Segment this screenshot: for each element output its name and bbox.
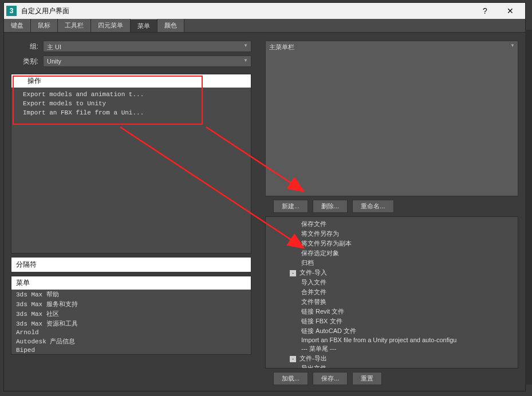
tree-node[interactable]: 链接 AutoCAD 文件: [270, 326, 513, 336]
tree-node[interactable]: --- 菜单尾 ---: [270, 344, 513, 354]
tree-node-label: --- 菜单尾 ---: [301, 345, 336, 352]
collapse-icon[interactable]: -: [290, 356, 296, 362]
tree-node-label: 将文件另存为: [301, 230, 339, 237]
tree-node[interactable]: 文件替换: [270, 297, 513, 307]
action-item[interactable]: Import an FBX file from a Uni...: [11, 108, 251, 117]
tree-node[interactable]: 将文件另存为: [270, 229, 513, 239]
tree-node-label: 保存文件: [301, 220, 326, 227]
tab-四元菜单[interactable]: 四元菜单: [91, 19, 131, 32]
actions-panel: 操作 Export models and animation t...Expor…: [11, 74, 251, 254]
tree-node[interactable]: 保存选定对象: [270, 248, 513, 258]
menu-list[interactable]: 3ds Max 帮助3ds Max 服务和支持3ds Max 社区3ds Max…: [11, 290, 251, 354]
tree-node[interactable]: Import an FBX file from a Unity project …: [270, 336, 513, 344]
side-strip: [525, 30, 532, 385]
tree-node[interactable]: 导出文件: [270, 363, 513, 369]
tree-node-label: 文件替换: [301, 298, 326, 305]
group-select[interactable]: 主 UI: [43, 41, 251, 52]
rename-button[interactable]: 重命名...: [352, 200, 393, 213]
tree-panel[interactable]: 保存文件将文件另存为将文件另存为副本保存选定对象归档-文件-导入导入文件合并文件…: [265, 216, 518, 369]
tree-node[interactable]: -文件-导入: [270, 268, 513, 278]
bottom-button-row: 加载... 保存... 重置: [273, 372, 518, 385]
tree-node[interactable]: 保存文件: [270, 219, 513, 229]
menu-item[interactable]: Biped: [11, 346, 251, 354]
separator-panel[interactable]: 分隔符: [11, 257, 251, 272]
delete-button[interactable]: 删除...: [313, 200, 348, 213]
tree-node-label: 合并文件: [301, 288, 326, 295]
tree-node[interactable]: 链接 FBX 文件: [270, 316, 513, 326]
help-button[interactable]: ?: [472, 3, 498, 19]
menu-header: 菜单: [11, 276, 251, 290]
tree-node[interactable]: 归档: [270, 258, 513, 268]
category-select[interactable]: Unity: [43, 56, 251, 67]
tree-node-label: 导出文件: [301, 365, 326, 369]
tree-node-label: 文件-导出: [300, 355, 327, 362]
app-icon: 3: [6, 6, 17, 16]
close-button[interactable]: ✕: [498, 3, 523, 19]
tree-node[interactable]: 链接 Revit 文件: [270, 307, 513, 316]
tree-node[interactable]: 将文件另存为副本: [270, 239, 513, 248]
left-column: 组: 主 UI 类别: Unity 操作 Export models and a…: [11, 41, 251, 385]
tree-node-label: 链接 FBX 文件: [301, 318, 342, 324]
tree-node-label: Import an FBX file from a Unity project …: [301, 336, 456, 343]
collapse-icon[interactable]: -: [290, 270, 296, 276]
tab-工具栏[interactable]: 工具栏: [58, 19, 91, 32]
menu-item[interactable]: Autodesk 产品信息: [11, 336, 251, 346]
tab-键盘[interactable]: 键盘: [4, 19, 31, 32]
tab-颜色[interactable]: 颜色: [157, 19, 184, 32]
content-area: 组: 主 UI 类别: Unity 操作 Export models and a…: [4, 33, 525, 391]
main-menu-select[interactable]: 主菜单栏: [265, 41, 518, 196]
actions-list[interactable]: Export models and animation t...Export m…: [11, 88, 251, 120]
load-button[interactable]: 加载...: [273, 372, 308, 385]
tab-菜单[interactable]: 菜单: [131, 19, 157, 32]
customize-ui-window: 3 自定义用户界面 ? ✕ 键盘鼠标工具栏四元菜单菜单颜色 组: 主 UI 类别…: [3, 2, 526, 391]
titlebar: 3 自定义用户界面 ? ✕: [4, 3, 525, 19]
category-label: 类别:: [11, 57, 38, 66]
tree-node[interactable]: -文件-导出: [270, 354, 513, 363]
tab-bar: 键盘鼠标工具栏四元菜单菜单颜色: [4, 19, 525, 33]
window-title: 自定义用户界面: [21, 6, 472, 16]
menu-item[interactable]: 3ds Max 社区: [11, 309, 251, 319]
tree-node[interactable]: 合并文件: [270, 287, 513, 297]
action-item[interactable]: Export models and animation t...: [11, 90, 251, 99]
menu-item[interactable]: 3ds Max 资源和工具: [11, 319, 251, 328]
right-column: 主菜单栏 新建... 删除... 重命名... 保存文件将文件另存为将文件另存为…: [265, 41, 518, 385]
tree-node[interactable]: 导入文件: [270, 278, 513, 287]
tab-鼠标[interactable]: 鼠标: [31, 19, 58, 32]
top-button-row: 新建... 删除... 重命名...: [273, 200, 518, 213]
tree-node-label: 导入文件: [301, 279, 326, 286]
menu-item[interactable]: 3ds Max 服务和支持: [11, 299, 251, 309]
menu-item[interactable]: Arnold: [11, 328, 251, 336]
tree-node-label: 链接 Revit 文件: [301, 308, 344, 315]
action-item[interactable]: Export models to Unity: [11, 99, 251, 108]
tree-node-label: 保存选定对象: [301, 250, 339, 256]
menu-panel: 菜单 3ds Max 帮助3ds Max 服务和支持3ds Max 社区3ds …: [11, 276, 251, 355]
tree-node-label: 将文件另存为副本: [301, 240, 352, 247]
menu-item[interactable]: 3ds Max 帮助: [11, 290, 251, 299]
tree-node-label: 链接 AutoCAD 文件: [301, 327, 356, 334]
group-label: 组:: [11, 42, 38, 52]
tree-node-label: 归档: [301, 259, 314, 266]
actions-header: 操作: [11, 74, 251, 88]
reset-button[interactable]: 重置: [352, 372, 382, 385]
save-button[interactable]: 保存...: [313, 372, 348, 385]
tree-node-label: 文件-导入: [300, 269, 327, 276]
new-button[interactable]: 新建...: [273, 200, 308, 213]
